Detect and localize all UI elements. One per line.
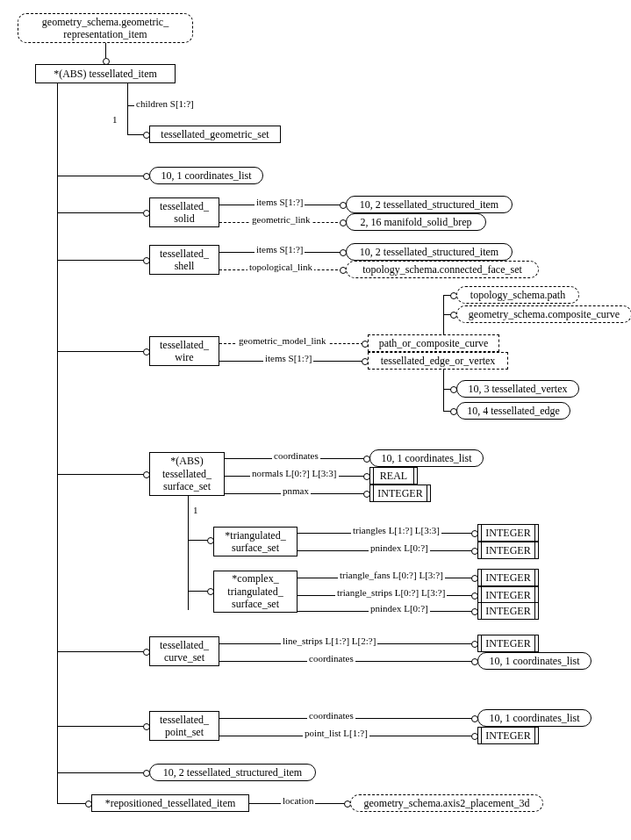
- children-label: children S[1:?]: [134, 98, 196, 109]
- int-cx-1-text: INTEGER: [485, 571, 530, 584]
- real-box: REAL: [369, 467, 418, 485]
- tess-vertex-text: 10, 3 tessellated_vertex: [469, 383, 568, 395]
- tess-vertex-box: 10, 3 tessellated_vertex: [456, 380, 579, 398]
- ss-pnmax-label: pnmax: [281, 485, 311, 496]
- int-ps-text: INTEGER: [485, 729, 530, 742]
- ss-coord-list-text: 10, 1 coordinates_list: [382, 452, 472, 464]
- int-pnmax-text: INTEGER: [377, 487, 422, 499]
- ss-coord-label: coordinates: [272, 450, 320, 461]
- tess-surface-set-text: *(ABS) tessellated_ surface_set: [162, 455, 212, 492]
- int-cs-box: INTEGER: [477, 635, 539, 652]
- tess-curve-set-text: tessellated_ curve_set: [160, 639, 209, 664]
- tri-pnindex-label: pnindex L[0:?]: [369, 542, 430, 553]
- int-tri-1-text: INTEGER: [485, 527, 530, 539]
- repositioned-text: *repositioned_tessellated_item: [105, 797, 236, 809]
- ps-coord-list-text: 10, 1 coordinates_list: [490, 712, 580, 724]
- tess-geometric-set-box: tessellated_geometric_set: [149, 126, 281, 143]
- topo-path-box: topology_schema.path: [456, 286, 579, 304]
- one-label-1: 1: [112, 114, 118, 125]
- edge-or-vertex-text: tessellated_edge_or_vertex: [381, 355, 496, 367]
- shell-face-set-text: topology_schema.connected_face_set: [362, 263, 522, 276]
- complex-fans-label: triangle_fans L[0:?] L[3:?]: [338, 570, 445, 580]
- int-cs-text: INTEGER: [485, 637, 530, 650]
- tess-point-set-box: tessellated_ point_set: [149, 711, 219, 741]
- coord-list-ref-box: 10, 1 coordinates_list: [149, 167, 263, 184]
- ps-coord-list-box: 10, 1 coordinates_list: [477, 709, 592, 727]
- complex-tri-text: *complex_ triangulated_ surface_set: [227, 572, 283, 610]
- tess-point-set-text: tessellated_ point_set: [160, 714, 209, 739]
- axis2-text: geometry_schema.axis2_placement_3d: [364, 797, 530, 809]
- axis2-box: geometry_schema.axis2_placement_3d: [350, 794, 543, 812]
- int-cx-2-box: INTEGER: [477, 586, 539, 604]
- tess-shell-box: tessellated_ shell: [149, 245, 219, 275]
- tess-wire-text: tessellated_ wire: [160, 339, 209, 364]
- solid-struct-box: 10, 2 tessellated_structured_item: [346, 196, 513, 213]
- int-tri-2-box: INTEGER: [477, 542, 539, 559]
- cs-coord-list-text: 10, 1 coordinates_list: [490, 655, 580, 667]
- coord-list-ref-text: 10, 1 coordinates_list: [161, 169, 252, 182]
- path-or-curve-text: path_or_composite_curve: [379, 337, 489, 349]
- cs-line-strips-label: line_strips L[1:?] L[2:?]: [281, 635, 377, 646]
- ss-coord-list-box: 10, 1 coordinates_list: [369, 449, 484, 467]
- repositioned-box: *repositioned_tessellated_item: [91, 794, 249, 812]
- ps-coord-label: coordinates: [307, 710, 355, 721]
- tess-edge-text: 10, 4 tessellated_edge: [467, 405, 560, 417]
- complex-strips-label: triangle_strips L[0:?] L[3:?]: [335, 587, 447, 598]
- solid-manifold-box: 2, 16 manifold_solid_brep: [346, 213, 486, 231]
- int-cx-3-box: INTEGER: [477, 602, 539, 620]
- tess-shell-text: tessellated_ shell: [160, 248, 209, 273]
- tess-edge-box: 10, 4 tessellated_edge: [456, 402, 570, 420]
- wire-geom-link-label: geometric_model_link: [237, 335, 328, 346]
- cs-coord-label: coordinates: [307, 653, 355, 664]
- composite-curve-box: geometry_schema.composite_curve: [456, 305, 631, 323]
- solid-geom-link-label: geometric_link: [250, 214, 312, 225]
- int-ps-box: INTEGER: [477, 727, 539, 744]
- bottom-struct-text: 10, 2 tessellated_structured_item: [163, 766, 302, 779]
- tri-surface-set-box: *triangulated_ surface_set: [213, 527, 298, 556]
- edge-or-vertex-box: tessellated_edge_or_vertex: [368, 352, 508, 370]
- abs-tessellated-item-text: *(ABS) tessellated_item: [54, 68, 157, 80]
- one-label-2: 1: [193, 505, 198, 515]
- real-text: REAL: [380, 470, 407, 482]
- shell-topo-link-label: topological_link: [247, 262, 314, 272]
- ps-point-list-label: point_list L[1:?]: [303, 728, 369, 738]
- path-or-curve-box: path_or_composite_curve: [368, 334, 499, 352]
- tri-surface-set-text: *triangulated_ surface_set: [225, 529, 285, 555]
- wire-items-label: items S[1:?]: [263, 353, 313, 363]
- abs-tessellated-item-box: *(ABS) tessellated_item: [35, 64, 176, 83]
- int-cx-1-box: INTEGER: [477, 569, 539, 586]
- solid-struct-text: 10, 2 tessellated_structured_item: [360, 198, 498, 211]
- shell-items-label: items S[1:?]: [255, 244, 305, 255]
- shell-struct-box: 10, 2 tessellated_structured_item: [346, 243, 513, 261]
- int-cx-3-text: INTEGER: [485, 605, 530, 617]
- shell-face-set-box: topology_schema.connected_face_set: [346, 261, 539, 278]
- int-tri-2-text: INTEGER: [485, 544, 530, 556]
- complex-pnindex-label: pnindex L[0:?]: [369, 603, 430, 614]
- tri-triangles-label: triangles L[1:?] L[3:3]: [351, 525, 441, 535]
- solid-manifold-text: 2, 16 manifold_solid_brep: [361, 216, 472, 228]
- tess-geometric-set-text: tessellated_geometric_set: [161, 128, 269, 140]
- bottom-struct-box: 10, 2 tessellated_structured_item: [149, 764, 316, 781]
- ss-normals-label: normals L[0:?] L[3:3]: [250, 468, 339, 478]
- tess-solid-text: tessellated_ solid: [160, 200, 209, 226]
- location-label: location: [281, 795, 315, 806]
- complex-tri-box: *complex_ triangulated_ surface_set: [213, 571, 298, 613]
- tess-surface-set-box: *(ABS) tessellated_ surface_set: [149, 452, 225, 496]
- tess-wire-box: tessellated_ wire: [149, 336, 219, 366]
- root-schema-box: geometry_schema.geometric_ representatio…: [18, 13, 193, 43]
- root-schema-text: geometry_schema.geometric_ representatio…: [42, 16, 169, 41]
- int-cx-2-text: INTEGER: [485, 589, 530, 601]
- cs-coord-list-box: 10, 1 coordinates_list: [477, 652, 592, 670]
- shell-struct-text: 10, 2 tessellated_structured_item: [360, 246, 498, 258]
- topo-path-text: topology_schema.path: [470, 289, 565, 301]
- tess-solid-box: tessellated_ solid: [149, 197, 219, 227]
- int-pnmax-box: INTEGER: [369, 485, 431, 502]
- express-g-diagram: geometry_schema.geometric_ representatio…: [9, 9, 623, 834]
- composite-curve-text: geometry_schema.composite_curve: [469, 308, 620, 320]
- solid-items-label: items S[1:?]: [255, 197, 305, 207]
- int-tri-1-box: INTEGER: [477, 524, 539, 542]
- tess-curve-set-box: tessellated_ curve_set: [149, 636, 219, 666]
